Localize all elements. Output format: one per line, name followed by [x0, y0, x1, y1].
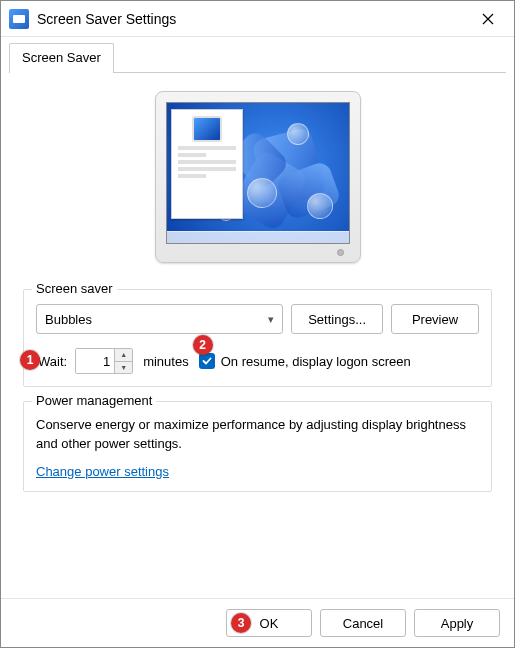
screensaver-settings-window: Screen Saver Settings Screen Saver — [0, 0, 515, 648]
tab-panel: Screen saver Bubbles ▾ Settings... Previ… — [9, 72, 506, 598]
screensaver-group-label: Screen saver — [32, 281, 117, 296]
spinner-arrows: ▲ ▼ — [114, 349, 132, 373]
resume-label[interactable]: On resume, display logon screen — [221, 354, 411, 369]
wait-row: 1 Wait: ▲ ▼ minutes 2 On resume, display… — [36, 348, 479, 374]
preview-monitor — [155, 91, 361, 263]
tabstrip: Screen Saver — [1, 37, 514, 73]
mini-line — [178, 167, 236, 171]
mini-line — [178, 153, 206, 157]
cancel-button[interactable]: Cancel — [320, 609, 406, 637]
bubble-icon — [247, 178, 277, 208]
wait-input[interactable] — [76, 349, 114, 373]
preview-screen — [166, 102, 350, 244]
settings-button[interactable]: Settings... — [291, 304, 383, 334]
close-icon — [482, 13, 494, 25]
power-group-label: Power management — [32, 393, 156, 408]
resume-checkbox[interactable] — [199, 353, 215, 369]
app-icon — [9, 9, 29, 29]
mini-line — [178, 146, 236, 150]
screensaver-dropdown[interactable]: Bubbles ▾ — [36, 304, 283, 334]
preview-mini-dialog — [171, 109, 243, 219]
window-title: Screen Saver Settings — [37, 11, 470, 27]
tab-screensaver[interactable]: Screen Saver — [9, 43, 114, 73]
mini-line — [178, 160, 236, 164]
spinner-up[interactable]: ▲ — [115, 349, 132, 362]
screensaver-group: Screen saver Bubbles ▾ Settings... Previ… — [23, 289, 492, 387]
bubble-icon — [307, 193, 333, 219]
close-button[interactable] — [470, 5, 506, 33]
wait-spinner[interactable]: ▲ ▼ — [75, 348, 133, 374]
annotation-badge-2: 2 — [193, 335, 213, 355]
preview-taskbar — [167, 231, 349, 243]
chevron-down-icon: ▾ — [268, 313, 274, 326]
minutes-label: minutes — [143, 354, 189, 369]
apply-button[interactable]: Apply — [414, 609, 500, 637]
check-icon — [202, 356, 212, 366]
bubble-icon — [287, 123, 309, 145]
power-management-group: Power management Conserve energy or maxi… — [23, 401, 492, 492]
preview-button[interactable]: Preview — [391, 304, 479, 334]
screensaver-selected: Bubbles — [45, 312, 92, 327]
titlebar: Screen Saver Settings — [1, 1, 514, 37]
monitor-led-icon — [337, 249, 344, 256]
wait-label: Wait: — [38, 354, 67, 369]
annotation-badge-3: 3 — [231, 613, 251, 633]
spinner-down[interactable]: ▼ — [115, 362, 132, 374]
power-description: Conserve energy or maximize performance … — [36, 416, 479, 454]
preview-monitor-wrap — [23, 91, 492, 263]
mini-monitor-icon — [192, 116, 222, 142]
change-power-settings-link[interactable]: Change power settings — [36, 464, 169, 479]
dialog-footer: 3 OK Cancel Apply — [1, 598, 514, 647]
screensaver-picker-row: Bubbles ▾ Settings... Preview — [36, 304, 479, 334]
annotation-badge-1: 1 — [20, 350, 40, 370]
mini-line — [178, 174, 206, 178]
